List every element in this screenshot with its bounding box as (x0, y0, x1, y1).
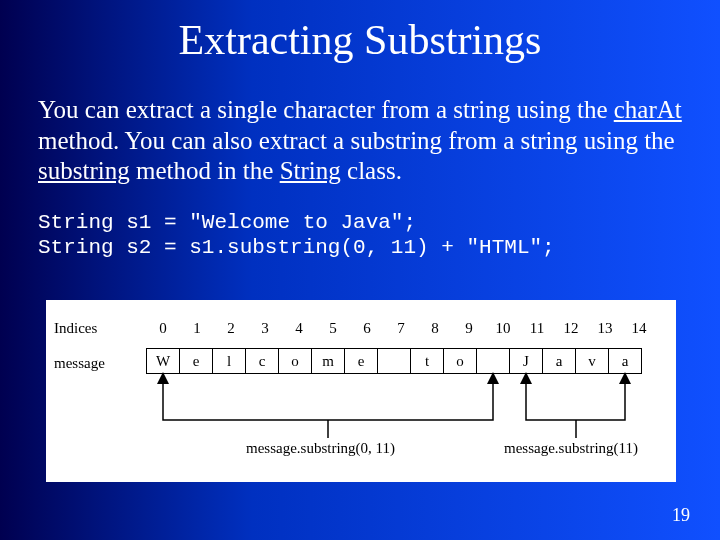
body-text-mid2: method in the (130, 157, 280, 184)
annotation-right: message.substring(11) (504, 440, 638, 457)
code-block: String s1 = "Welcome to Java"; String s2… (38, 210, 555, 260)
body-underline-String: String (280, 157, 341, 184)
page-number: 19 (672, 505, 690, 526)
body-text-mid1: method. You can also extract a substring… (38, 127, 675, 154)
body-underline-substring: substring (38, 157, 130, 184)
annotation-left: message.substring(0, 11) (246, 440, 395, 457)
code-line-1: String s1 = "Welcome to Java"; (38, 211, 416, 234)
body-underline-charAt: charAt (614, 96, 682, 123)
body-text-post: class. (341, 157, 402, 184)
code-line-2: String s2 = s1.substring(0, 11) + "HTML"… (38, 236, 555, 259)
body-paragraph: You can extract a single character from … (38, 95, 682, 187)
slide-root: Extracting Substrings You can extract a … (0, 0, 720, 540)
body-text-pre1: You can extract a single character from … (38, 96, 614, 123)
diagram-container: Indices message 01234567891011121314 W e… (46, 300, 676, 482)
slide-title: Extracting Substrings (0, 16, 720, 64)
